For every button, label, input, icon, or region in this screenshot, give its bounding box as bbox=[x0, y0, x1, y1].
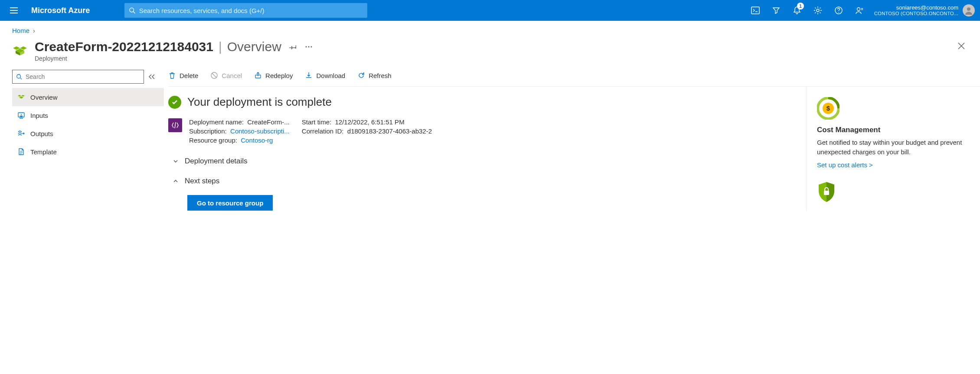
cancel-button: Cancel bbox=[210, 72, 242, 79]
breadcrumb: Home › bbox=[0, 21, 980, 36]
global-search-input[interactable] bbox=[139, 7, 363, 14]
page-title: CreateForm-20221212184031 bbox=[35, 39, 213, 54]
sidebar-item-label: Template bbox=[30, 148, 57, 156]
page-section: Overview bbox=[227, 39, 281, 54]
page-header: CreateForm-20221212184031 | Overview Dep… bbox=[0, 36, 980, 70]
sidebar-search-input[interactable] bbox=[12, 70, 144, 84]
start-time-value: 12/12/2022, 6:51:51 PM bbox=[335, 118, 405, 126]
svg-point-5 bbox=[838, 12, 839, 13]
chevron-double-left-icon bbox=[148, 74, 155, 80]
main-content: Delete Cancel Redeploy Download Refresh bbox=[164, 70, 980, 211]
refresh-button[interactable]: Refresh bbox=[357, 72, 392, 79]
section-next-steps[interactable]: Next steps bbox=[168, 177, 796, 185]
pin-icon bbox=[289, 43, 297, 51]
filter-icon bbox=[772, 6, 781, 15]
deployment-summary: Deployment name: CreateForm-... Subscrip… bbox=[168, 118, 796, 146]
section-deployment-details[interactable]: Deployment details bbox=[168, 157, 796, 166]
cost-management-title: Cost Management bbox=[817, 126, 968, 134]
cost-alerts-link[interactable]: Set up cost alerts > bbox=[817, 161, 873, 169]
search-icon bbox=[129, 7, 135, 14]
outputs-icon bbox=[17, 130, 25, 137]
go-to-resource-group-button[interactable]: Go to resource group bbox=[187, 195, 273, 211]
subscription-link[interactable]: Contoso-subscripti... bbox=[230, 127, 290, 135]
svg-rect-2 bbox=[751, 7, 759, 14]
sidebar-item-inputs[interactable]: Inputs bbox=[12, 106, 164, 124]
ellipsis-icon bbox=[305, 46, 313, 48]
svg-point-7 bbox=[967, 7, 970, 11]
sidebar: Overview Inputs Outputs Template bbox=[12, 70, 164, 211]
sidebar-item-label: Inputs bbox=[30, 112, 48, 119]
brand-label[interactable]: Microsoft Azure bbox=[31, 6, 90, 15]
hamburger-menu-button[interactable] bbox=[3, 0, 24, 21]
svg-rect-18 bbox=[824, 191, 829, 195]
sidebar-item-label: Outputs bbox=[30, 130, 53, 137]
redeploy-button[interactable]: Redeploy bbox=[254, 72, 293, 79]
page-subtitle: Deployment bbox=[35, 55, 948, 62]
account-email: soniarees@contoso.com bbox=[874, 4, 958, 11]
cloud-shell-icon bbox=[751, 7, 760, 14]
settings-button[interactable] bbox=[808, 0, 827, 21]
template-icon bbox=[17, 148, 25, 156]
trash-icon bbox=[168, 72, 176, 79]
arm-template-icon bbox=[168, 118, 182, 132]
deployment-name-value: CreateForm-... bbox=[247, 118, 290, 126]
chevron-up-icon bbox=[173, 178, 179, 184]
pin-button[interactable] bbox=[289, 43, 297, 51]
svg-point-10 bbox=[310, 46, 312, 48]
cost-management-text: Get notified to stay within your budget … bbox=[817, 138, 968, 157]
cost-management-icon: $ bbox=[817, 97, 968, 120]
global-search bbox=[124, 3, 367, 18]
resource-icon bbox=[12, 42, 28, 58]
avatar[interactable] bbox=[963, 4, 975, 16]
help-button[interactable] bbox=[829, 0, 848, 21]
security-icon bbox=[817, 181, 968, 203]
svg-point-3 bbox=[817, 9, 819, 12]
sidebar-item-label: Overview bbox=[30, 94, 58, 101]
top-bar: Microsoft Azure 1 soniarees@contoso.com … bbox=[0, 0, 980, 21]
right-rail: $ Cost Management Get notified to stay w… bbox=[807, 87, 980, 211]
notifications-button[interactable]: 1 bbox=[787, 0, 807, 21]
download-icon bbox=[305, 72, 313, 79]
cancel-icon bbox=[210, 72, 218, 79]
correlation-id-value: d1809183-2307-4063-ab32-2 bbox=[347, 127, 432, 135]
toolbar: Delete Cancel Redeploy Download Refresh bbox=[168, 70, 980, 87]
svg-point-6 bbox=[857, 8, 860, 11]
account-info[interactable]: soniarees@contoso.com CONTOSO (CONTOSO.O… bbox=[874, 4, 958, 17]
close-icon bbox=[957, 42, 965, 50]
success-icon bbox=[168, 96, 181, 109]
svg-point-9 bbox=[308, 46, 309, 48]
cubes-icon bbox=[17, 93, 25, 101]
sidebar-item-template[interactable]: Template bbox=[12, 143, 164, 161]
svg-point-8 bbox=[305, 46, 307, 48]
cloud-shell-button[interactable] bbox=[746, 0, 765, 21]
more-button[interactable] bbox=[305, 46, 313, 48]
sidebar-item-overview[interactable]: Overview bbox=[12, 88, 164, 106]
delete-button[interactable]: Delete bbox=[168, 72, 198, 79]
collapse-sidebar-button[interactable] bbox=[148, 74, 155, 80]
breadcrumb-home[interactable]: Home bbox=[12, 27, 29, 34]
directories-button[interactable] bbox=[767, 0, 786, 21]
notification-badge: 1 bbox=[797, 3, 804, 10]
resource-group-link[interactable]: Contoso-rg bbox=[241, 137, 273, 144]
inputs-icon bbox=[17, 111, 25, 119]
global-search-box[interactable] bbox=[124, 3, 367, 18]
svg-rect-12 bbox=[20, 118, 23, 119]
svg-point-0 bbox=[130, 8, 134, 12]
top-icon-row: 1 bbox=[746, 0, 869, 21]
feedback-button[interactable] bbox=[850, 0, 869, 21]
help-icon bbox=[834, 6, 843, 15]
chevron-right-icon: › bbox=[33, 27, 35, 34]
download-button[interactable]: Download bbox=[305, 72, 345, 79]
avatar-icon bbox=[964, 6, 973, 15]
status-message: Your deployment is complete bbox=[187, 95, 332, 109]
redeploy-icon bbox=[254, 72, 262, 79]
status-row: Your deployment is complete bbox=[168, 95, 796, 109]
account-tenant: CONTOSO (CONTOSO.ONCONTO... bbox=[874, 11, 958, 16]
gear-icon bbox=[813, 6, 822, 15]
refresh-icon bbox=[357, 72, 365, 79]
feedback-icon bbox=[855, 6, 864, 15]
chevron-down-icon bbox=[173, 158, 179, 164]
svg-text:$: $ bbox=[826, 104, 830, 112]
sidebar-item-outputs[interactable]: Outputs bbox=[12, 124, 164, 143]
close-button[interactable] bbox=[955, 39, 968, 52]
